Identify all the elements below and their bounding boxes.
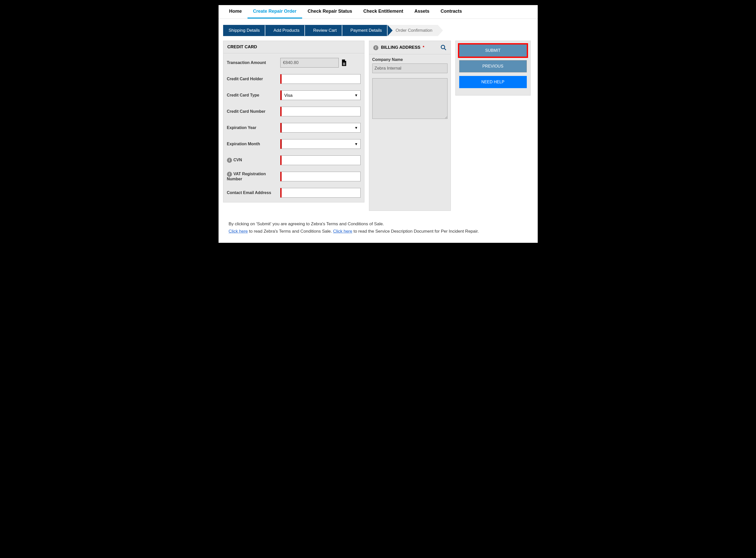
company-name-label: Company Name: [372, 57, 447, 62]
svg-rect-0: [343, 63, 345, 63]
step-add-products[interactable]: Add Products: [265, 25, 305, 36]
info-icon[interactable]: i: [373, 45, 379, 50]
email-input[interactable]: [280, 188, 361, 198]
service-desc-link[interactable]: Click here: [333, 229, 352, 234]
exp-year-label: Expiration Year: [227, 125, 277, 130]
exp-year-select[interactable]: [282, 123, 361, 133]
billing-address-panel: i BILLING ADDRESS * Company Name: [369, 41, 451, 211]
credit-card-panel: CREDIT CARD Transaction Amount Credit Ca…: [223, 41, 364, 202]
cc-holder-input[interactable]: [280, 74, 361, 84]
exp-month-select[interactable]: [282, 139, 361, 149]
vat-input[interactable]: [280, 172, 361, 181]
footer-text-2: to read the Service Description Document…: [352, 229, 479, 234]
required-star-icon: *: [422, 45, 424, 50]
document-icon[interactable]: [341, 59, 347, 66]
cvn-label: CVN: [234, 158, 242, 162]
footer-text: By clicking on 'Submit' you are agreeing…: [219, 215, 538, 243]
footer-text-1: to read Zebra's Terms and Conditions Sal…: [248, 229, 333, 234]
cvn-input[interactable]: [280, 155, 361, 165]
nav-assets[interactable]: Assets: [409, 5, 435, 19]
info-icon[interactable]: i: [227, 158, 232, 163]
company-name-input: [372, 64, 447, 73]
cc-holder-label: Credit Card Holder: [227, 77, 277, 81]
credit-card-title: CREDIT CARD: [227, 45, 257, 50]
nav-create-repair-order[interactable]: Create Repair Order: [247, 5, 302, 19]
terms-link[interactable]: Click here: [229, 229, 248, 234]
nav-check-repair-status[interactable]: Check Repair Status: [302, 5, 358, 19]
email-label: Contact Email Address: [227, 191, 277, 195]
svg-rect-2: [343, 65, 345, 65]
nav-check-entitlement[interactable]: Check Entitlement: [358, 5, 409, 19]
cc-type-select[interactable]: Visa: [282, 91, 361, 100]
exp-month-label: Expiration Month: [227, 142, 277, 146]
top-nav: Home Create Repair Order Check Repair St…: [219, 5, 538, 19]
cc-number-label: Credit Card Number: [227, 109, 277, 114]
step-shipping-details[interactable]: Shipping Details: [223, 25, 266, 36]
svg-point-3: [441, 45, 445, 49]
nav-home[interactable]: Home: [224, 5, 247, 19]
transaction-amount-input: [280, 58, 339, 68]
vat-label: VAT Registration Number: [227, 172, 266, 181]
info-icon[interactable]: i: [227, 172, 232, 177]
step-order-confirmation: Order Confirmation: [387, 25, 438, 36]
search-icon[interactable]: [440, 45, 446, 51]
progress-steps: Shipping Details Add Products Review Car…: [223, 25, 538, 36]
step-review-cart[interactable]: Review Cart: [304, 25, 342, 36]
transaction-amount-label: Transaction Amount: [227, 60, 277, 65]
svg-rect-1: [343, 64, 345, 64]
step-payment-details[interactable]: Payment Details: [342, 25, 388, 36]
svg-line-4: [444, 48, 446, 50]
need-help-button[interactable]: NEED HELP: [459, 76, 527, 88]
cc-type-label: Credit Card Type: [227, 93, 277, 98]
nav-contracts[interactable]: Contracts: [435, 5, 468, 19]
billing-title: BILLING ADDRESS: [381, 45, 420, 50]
previous-button[interactable]: PREVIOUS: [459, 60, 527, 72]
actions-panel: SUBMIT PREVIOUS NEED HELP: [455, 41, 531, 96]
cc-number-input[interactable]: [280, 107, 361, 116]
terms-line: By clicking on 'Submit' you are agreeing…: [229, 221, 528, 228]
billing-address-textarea: [372, 78, 447, 119]
submit-button[interactable]: SUBMIT: [459, 45, 527, 57]
